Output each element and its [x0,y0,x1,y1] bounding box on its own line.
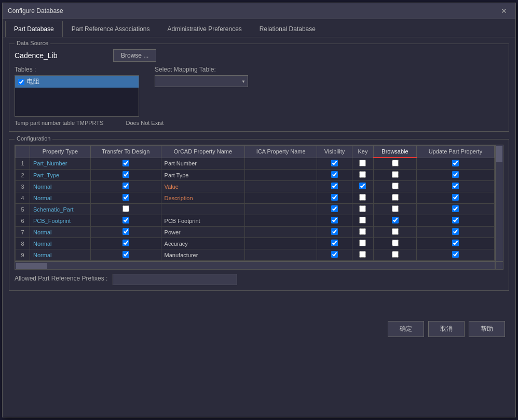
mapping-table-select[interactable] [155,75,248,87]
transfer-checkbox[interactable] [122,217,129,223]
browsable-cell[interactable] [374,238,417,249]
update-part-checkbox[interactable] [452,160,459,166]
close-button[interactable]: ✕ [498,6,510,16]
key-checkbox[interactable] [359,251,366,258]
property-type-cell[interactable]: Normal [30,238,91,249]
browsable-cell[interactable] [374,227,417,238]
key-checkbox[interactable] [359,183,366,189]
key-checkbox[interactable] [359,160,366,166]
key-checkbox[interactable] [359,205,366,212]
property-type-cell[interactable]: Schematic_Part [30,204,91,215]
transfer-checkbox[interactable] [122,228,129,235]
property-type-cell[interactable]: Normal [30,227,91,238]
allowed-prefix-input[interactable] [113,274,237,285]
visibility-checkbox[interactable] [331,160,338,166]
visibility-checkbox[interactable] [331,251,338,258]
h-scrollbar[interactable] [15,261,495,270]
update-part-cell[interactable] [416,192,494,204]
visibility-cell[interactable] [317,170,352,181]
update-part-checkbox[interactable] [452,183,459,189]
browsable-cell[interactable] [374,170,417,181]
property-type-cell[interactable]: Normal [30,181,91,192]
transfer-to-design-cell[interactable] [90,170,161,181]
visibility-checkbox[interactable] [331,228,338,235]
transfer-to-design-cell[interactable] [90,181,161,192]
key-checkbox[interactable] [359,228,366,235]
browsable-cell[interactable] [374,181,417,192]
browsable-checkbox[interactable] [392,171,399,178]
vertical-scrollbar[interactable] [495,145,503,261]
transfer-to-design-cell[interactable] [90,192,161,204]
property-type-cell[interactable]: Normal [30,249,91,261]
tab-admin-prefs[interactable]: Administrative Preferences [158,21,250,37]
transfer-checkbox[interactable] [122,160,129,166]
update-part-cell[interactable] [416,227,494,238]
cancel-button[interactable]: 取消 [428,321,465,337]
transfer-checkbox[interactable] [122,183,129,189]
update-part-cell[interactable] [416,158,494,170]
update-part-checkbox[interactable] [452,205,459,212]
key-cell[interactable] [352,215,373,227]
update-part-checkbox[interactable] [452,217,459,223]
property-type-cell[interactable]: PCB_Footprint [30,215,91,227]
table-checkbox[interactable] [18,79,24,85]
browsable-cell[interactable] [374,249,417,261]
key-checkbox[interactable] [359,194,366,201]
tab-part-database[interactable]: Part Database [5,21,63,37]
transfer-checkbox[interactable] [122,194,129,201]
tab-part-reference[interactable]: Part Reference Associations [63,21,159,37]
key-checkbox[interactable] [359,240,366,246]
transfer-to-design-cell[interactable] [90,238,161,249]
help-button[interactable]: 帮助 [469,321,505,337]
key-cell[interactable] [352,181,373,192]
browsable-checkbox[interactable] [392,205,399,212]
config-table-scroll[interactable]: Property Type Transfer To Design OrCAD P… [15,145,495,261]
browse-button[interactable]: Browse ... [113,49,156,62]
update-part-cell[interactable] [416,215,494,227]
browsable-checkbox[interactable] [392,251,399,258]
visibility-checkbox[interactable] [331,194,338,201]
update-part-checkbox[interactable] [452,171,459,178]
key-cell[interactable] [352,192,373,204]
property-type-cell[interactable]: Normal [30,192,91,204]
visibility-cell[interactable] [317,238,352,249]
ok-button[interactable]: 确定 [388,321,424,337]
transfer-checkbox[interactable] [122,171,129,178]
browsable-checkbox[interactable] [392,183,399,189]
transfer-to-design-cell[interactable] [90,249,161,261]
browsable-checkbox[interactable] [392,240,399,246]
transfer-to-design-cell[interactable] [90,227,161,238]
update-part-cell[interactable] [416,181,494,192]
browsable-checkbox[interactable] [392,228,399,235]
key-cell[interactable] [352,238,373,249]
visibility-cell[interactable] [317,249,352,261]
key-cell[interactable] [352,204,373,215]
key-cell[interactable] [352,227,373,238]
browsable-checkbox[interactable] [392,217,399,223]
transfer-to-design-cell[interactable] [90,215,161,227]
key-cell[interactable] [352,158,373,170]
update-part-checkbox[interactable] [452,194,459,201]
visibility-cell[interactable] [317,192,352,204]
key-cell[interactable] [352,249,373,261]
update-part-checkbox[interactable] [452,251,459,258]
browsable-cell[interactable] [374,192,417,204]
visibility-cell[interactable] [317,181,352,192]
transfer-checkbox[interactable] [122,205,129,212]
transfer-checkbox[interactable] [122,240,129,246]
key-checkbox[interactable] [359,217,366,223]
browsable-cell[interactable] [374,215,417,227]
browsable-checkbox[interactable] [392,160,399,166]
browsable-cell[interactable] [374,204,417,215]
update-part-checkbox[interactable] [452,240,459,246]
visibility-checkbox[interactable] [331,183,338,189]
browsable-checkbox[interactable] [392,194,399,201]
visibility-cell[interactable] [317,158,352,170]
visibility-checkbox[interactable] [331,171,338,178]
transfer-checkbox[interactable] [122,251,129,258]
transfer-to-design-cell[interactable] [90,158,161,170]
visibility-cell[interactable] [317,215,352,227]
property-type-cell[interactable]: Part_Type [30,170,91,181]
browsable-cell[interactable] [374,158,417,170]
visibility-checkbox[interactable] [331,205,338,212]
